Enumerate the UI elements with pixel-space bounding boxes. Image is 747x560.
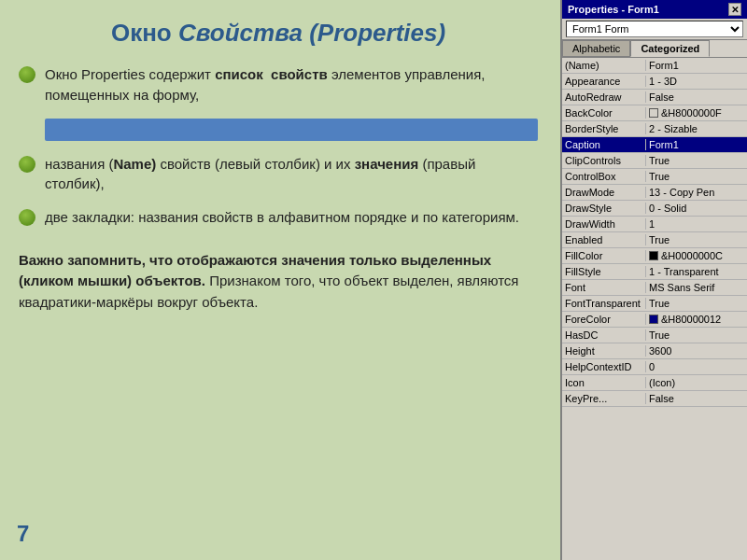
properties-title: Properties - Form1 xyxy=(568,4,659,15)
property-name: ClipControls xyxy=(562,155,646,166)
property-value: True xyxy=(646,171,747,182)
properties-table: (Name)Form1Appearance1 - 3DAutoRedrawFal… xyxy=(562,58,747,560)
color-swatch-icon xyxy=(649,315,658,324)
property-row[interactable]: DrawWidth1 xyxy=(562,217,747,232)
property-row[interactable]: HasDCTrue xyxy=(562,328,747,343)
title-prefix: Окно xyxy=(111,19,178,47)
properties-object-row: Form1 Form xyxy=(562,19,747,40)
property-value: 0 - Solid xyxy=(646,203,747,214)
bullet-text-3: две закладки: названия свойств в алфавит… xyxy=(45,207,519,228)
property-name: FillStyle xyxy=(562,266,646,277)
property-value: True xyxy=(646,329,747,341)
property-name: (Name) xyxy=(562,60,646,71)
property-row[interactable]: HelpContextID0 xyxy=(562,359,747,375)
property-name: DrawWidth xyxy=(562,218,646,230)
property-name: Caption xyxy=(562,139,646,150)
property-name: HelpContextID xyxy=(562,361,646,372)
property-value: Form1 xyxy=(646,139,747,150)
property-row[interactable]: AutoRedrawFalse xyxy=(562,90,747,105)
property-name: HasDC xyxy=(562,329,646,341)
property-name: AutoRedraw xyxy=(562,91,646,103)
property-value: True xyxy=(646,298,747,309)
property-name: Appearance xyxy=(562,76,646,87)
property-name: BorderStyle xyxy=(562,123,646,134)
main-content: Окно Свойства (Properties) Окно Properti… xyxy=(0,0,560,560)
property-row[interactable]: KeyPre...False xyxy=(562,391,747,407)
properties-tabs: Alphabetic Categorized xyxy=(562,40,747,58)
properties-close-button[interactable]: ✕ xyxy=(728,3,741,16)
property-row[interactable]: Appearance1 - 3D xyxy=(562,74,747,90)
bullet-2: названия (Name) свойств (левый столбик) … xyxy=(19,154,538,195)
property-row[interactable]: Height3600 xyxy=(562,343,747,359)
property-name: Font xyxy=(562,282,646,293)
object-selector[interactable]: Form1 Form xyxy=(566,21,743,37)
property-row[interactable]: BackColor&H8000000F xyxy=(562,105,747,121)
bullet-icon-2 xyxy=(19,156,35,173)
property-name: DrawStyle xyxy=(562,203,646,214)
property-row[interactable]: DrawStyle0 - Solid xyxy=(562,201,747,217)
page-title: Окно Свойства (Properties) xyxy=(19,19,538,48)
property-value: True xyxy=(646,234,747,245)
property-value: False xyxy=(646,393,747,404)
property-value: 2 - Sizable xyxy=(646,123,747,134)
property-value: 3600 xyxy=(646,345,747,357)
bullet-icon-1 xyxy=(19,66,35,83)
property-row[interactable]: Icon(Icon) xyxy=(562,375,747,391)
bullet-text-2: названия (Name) свойств (левый столбик) … xyxy=(45,154,538,195)
property-value: 13 - Copy Pen xyxy=(646,187,747,198)
property-row[interactable]: CaptionForm1 xyxy=(562,137,747,153)
bullet-icon-3 xyxy=(19,209,35,226)
page-number: 7 xyxy=(17,521,29,547)
property-name: FontTransparent xyxy=(562,298,646,309)
color-swatch-icon xyxy=(649,251,658,260)
highlight-bar xyxy=(45,119,538,141)
property-value: &H8000000F xyxy=(646,107,747,119)
tab-alphabetic[interactable]: Alphabetic xyxy=(562,40,630,57)
property-value: &H80000012 xyxy=(646,314,747,325)
property-name: ControlBox xyxy=(562,171,646,182)
title-main: Свойства (Properties) xyxy=(178,19,445,47)
property-value: False xyxy=(646,91,747,103)
tab-categorized[interactable]: Categorized xyxy=(630,40,710,57)
property-value: 1 - Transparent xyxy=(646,266,747,277)
property-name: KeyPre... xyxy=(562,393,646,404)
property-row[interactable]: FillColor&H0000000C xyxy=(562,248,747,264)
property-row[interactable]: EnabledTrue xyxy=(562,232,747,248)
property-value: 1 xyxy=(646,218,747,230)
property-name: ForeColor xyxy=(562,314,646,325)
properties-titlebar: Properties - Form1 ✕ xyxy=(562,0,747,19)
property-row[interactable]: (Name)Form1 xyxy=(562,58,747,74)
property-row[interactable]: ControlBoxTrue xyxy=(562,169,747,185)
property-row[interactable]: FillStyle1 - Transparent xyxy=(562,264,747,280)
property-value: 1 - 3D xyxy=(646,76,747,87)
bullet-text-1: Окно Properties содержит список свойств … xyxy=(45,64,538,105)
property-name: Enabled xyxy=(562,234,646,245)
property-name: Icon xyxy=(562,377,646,388)
property-row[interactable]: FontMS Sans Serif xyxy=(562,280,747,296)
property-value: (Icon) xyxy=(646,377,747,388)
property-value: True xyxy=(646,155,747,166)
property-name: FillColor xyxy=(562,250,646,261)
property-row[interactable]: ForeColor&H80000012 xyxy=(562,312,747,328)
property-name: DrawMode xyxy=(562,187,646,198)
important-text: Важно запомнить, что отображаются значен… xyxy=(19,250,538,314)
property-row[interactable]: FontTransparentTrue xyxy=(562,296,747,312)
property-row[interactable]: DrawMode13 - Copy Pen xyxy=(562,185,747,201)
property-value: MS Sans Serif xyxy=(646,282,747,293)
bullet-1: Окно Properties содержит список свойств … xyxy=(19,64,538,105)
property-name: Height xyxy=(562,345,646,357)
property-row[interactable]: ClipControlsTrue xyxy=(562,153,747,169)
color-swatch-icon xyxy=(649,108,658,118)
property-value: &H0000000C xyxy=(646,250,747,261)
property-value: 0 xyxy=(646,361,747,372)
property-name: BackColor xyxy=(562,107,646,119)
property-row[interactable]: BorderStyle2 - Sizable xyxy=(562,121,747,137)
bullet-3: две закладки: названия свойств в алфавит… xyxy=(19,207,538,228)
properties-panel: Properties - Form1 ✕ Form1 Form Alphabet… xyxy=(560,0,747,560)
property-value: Form1 xyxy=(646,60,747,71)
